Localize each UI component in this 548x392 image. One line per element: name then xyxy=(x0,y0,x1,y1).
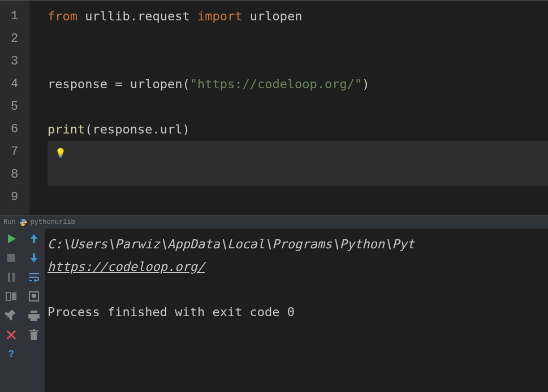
layout-icon[interactable] xyxy=(5,290,18,303)
stop-icon[interactable] xyxy=(5,251,18,265)
code-line-1: from urllib.request import urlopen xyxy=(48,5,548,28)
svg-point-1 xyxy=(24,224,24,225)
svg-rect-6 xyxy=(12,292,16,300)
trash-icon[interactable] xyxy=(27,328,41,342)
svg-rect-4 xyxy=(12,273,15,282)
up-arrow-icon[interactable] xyxy=(27,232,41,245)
scroll-to-end-icon[interactable] xyxy=(27,290,41,303)
print-icon[interactable] xyxy=(27,309,41,322)
svg-point-0 xyxy=(21,219,22,219)
intention-bulb-icon[interactable]: 💡 xyxy=(55,148,66,158)
line-number: 5 xyxy=(0,96,29,118)
run-panel-header[interactable]: Run pythonurlib xyxy=(0,215,548,229)
editor-pane: 1 2 3 4 5 6 7 8 9 from urllib.request im… xyxy=(0,0,548,215)
code-line-2 xyxy=(48,28,548,50)
svg-rect-5 xyxy=(6,292,11,300)
soft-wrap-icon[interactable] xyxy=(27,270,41,284)
line-number: 6 xyxy=(0,118,29,141)
console-exit-msg: Process finished with exit code 0 xyxy=(48,301,546,324)
pin-icon[interactable] xyxy=(5,309,18,322)
line-number: 3 xyxy=(0,50,29,73)
rerun-icon[interactable] xyxy=(5,232,18,245)
code-line-8 xyxy=(48,163,548,186)
pause-icon[interactable] xyxy=(5,270,18,284)
code-line-9 xyxy=(48,186,548,209)
code-line-7: 💡 xyxy=(48,141,548,163)
line-number: 9 xyxy=(0,186,29,209)
line-number: 7 xyxy=(0,141,29,163)
run-label: Run xyxy=(3,218,16,226)
down-arrow-icon[interactable] xyxy=(27,251,41,265)
code-line-6: print(response.url) xyxy=(48,118,548,141)
close-icon[interactable] xyxy=(5,328,18,342)
code-editor[interactable]: from urllib.request import urlopen respo… xyxy=(29,1,548,215)
console-url-link[interactable]: https://codeloop.org/ xyxy=(48,260,205,274)
help-icon[interactable]: ? xyxy=(5,347,18,361)
python-icon xyxy=(19,218,27,226)
run-panel: ? C:\Users\Parwiz\AppData\Local\Programs… xyxy=(0,229,548,392)
run-tool-column-1: ? xyxy=(0,229,23,392)
line-number: 4 xyxy=(0,73,29,96)
code-line-5 xyxy=(48,96,548,118)
console-path: C:\Users\Parwiz\AppData\Local\Programs\P… xyxy=(48,233,546,256)
svg-rect-2 xyxy=(7,254,15,262)
run-tool-column-2 xyxy=(23,229,45,392)
line-number: 2 xyxy=(0,28,29,50)
svg-rect-3 xyxy=(8,273,10,282)
line-number: 1 xyxy=(0,5,29,28)
code-line-4: response = urlopen("https://codeloop.org… xyxy=(48,73,548,96)
run-config-name: pythonurlib xyxy=(31,218,75,226)
console-output[interactable]: C:\Users\Parwiz\AppData\Local\Programs\P… xyxy=(45,229,548,392)
code-line-3 xyxy=(48,50,548,73)
console-blank xyxy=(48,278,546,301)
line-number: 8 xyxy=(0,163,29,186)
line-gutter: 1 2 3 4 5 6 7 8 9 xyxy=(0,1,29,215)
